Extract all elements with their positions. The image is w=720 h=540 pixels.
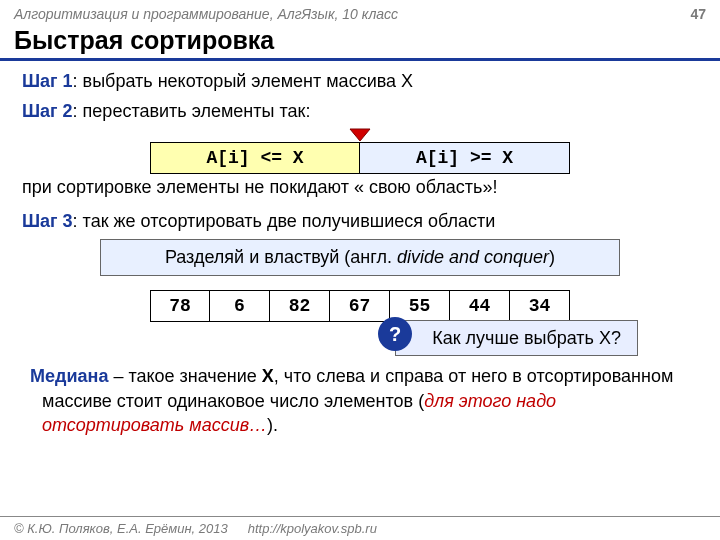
divide-suffix: )	[549, 247, 555, 267]
slide-header: Алгоритмизация и программирование, АлгЯз…	[0, 0, 720, 24]
array-cell: 44	[450, 290, 510, 322]
step-1-label: Шаг 1	[22, 71, 73, 91]
divide-conquer-box: Разделяй и властвуй (англ. divide and co…	[100, 239, 620, 275]
partition-left: A[i] <= X	[150, 142, 360, 174]
median-definition: Медиана – такое значение X, что слева и …	[22, 364, 698, 437]
content-area: Шаг 1: выбрать некоторый элемент массива…	[0, 61, 720, 437]
triangle-down-icon	[349, 128, 371, 142]
median-t3: ).	[267, 415, 278, 435]
partition-right: A[i] >= X	[360, 142, 570, 174]
divide-prefix: Разделяй и властвуй (англ.	[165, 247, 397, 267]
page-title: Быстрая сортировка	[0, 24, 720, 61]
question-wrap: ? Как лучше выбрать X?	[22, 320, 698, 356]
step-2-text: : переставить элементы так:	[73, 101, 311, 121]
slide-footer: © К.Ю. Поляков, Е.А. Ерёмин, 2013 http:/…	[0, 516, 720, 540]
step-2: Шаг 2: переставить элементы так:	[22, 99, 698, 123]
median-x: X	[262, 366, 274, 386]
step-1-text: : выбрать некоторый элемент массива X	[73, 71, 413, 91]
array-cell: 67	[330, 290, 390, 322]
question-mark-icon: ?	[378, 317, 412, 351]
copyright: © К.Ю. Поляков, Е.А. Ерёмин, 2013	[14, 521, 228, 536]
step-2-label: Шаг 2	[22, 101, 73, 121]
step-1: Шаг 1: выбрать некоторый элемент массива…	[22, 69, 698, 93]
question-box: ? Как лучше выбрать X?	[395, 320, 638, 356]
page-number: 47	[690, 6, 706, 22]
step-3: Шаг 3: так же отсортировать две получивш…	[22, 209, 698, 233]
partition-row: A[i] <= X A[i] >= X	[22, 142, 698, 174]
median-t1: – такое значение	[108, 366, 261, 386]
step-3-text: : так же отсортировать две получившиеся …	[73, 211, 496, 231]
divide-em: divide and conquer	[397, 247, 549, 267]
array-cell: 82	[270, 290, 330, 322]
svg-marker-0	[350, 129, 370, 141]
array-cell: 78	[150, 290, 210, 322]
pivot-pointer	[22, 128, 698, 142]
step-2-note: при сортировке элементы не покидают « св…	[22, 175, 698, 199]
median-label: Медиана	[30, 366, 108, 386]
question-text: Как лучше выбрать X?	[432, 328, 621, 348]
array-cell: 6	[210, 290, 270, 322]
array-row: 78 6 82 67 55 44 34	[22, 290, 698, 322]
course-label: Алгоритмизация и программирование, АлгЯз…	[14, 6, 398, 22]
footer-url: http://kpolyakov.spb.ru	[248, 521, 377, 536]
step-3-label: Шаг 3	[22, 211, 73, 231]
array-cell: 34	[510, 290, 570, 322]
